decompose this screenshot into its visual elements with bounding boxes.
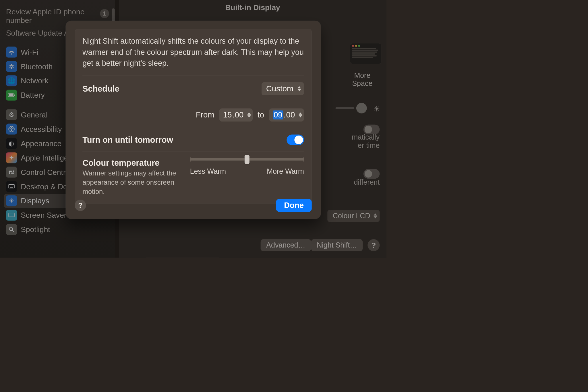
- schedule-value: Custom: [266, 84, 293, 93]
- colour-temperature-row: Colour temperature Warmer settings may a…: [82, 152, 304, 196]
- stepper-arrows-icon: [247, 112, 251, 117]
- button-label: Done: [284, 201, 304, 210]
- from-hour: 15: [223, 110, 232, 119]
- popup-indicator-icon: [297, 86, 301, 91]
- slider-max-label: More Warm: [267, 167, 304, 175]
- from-label: From: [196, 110, 214, 119]
- sheet-footer: ? Done: [75, 199, 312, 212]
- to-time-stepper[interactable]: 09.00: [269, 108, 304, 121]
- temperature-slider[interactable]: [190, 158, 304, 161]
- slider-min-label: Less Warm: [190, 167, 226, 175]
- sheet-content-card: Night Shift automatically shifts the col…: [75, 29, 312, 204]
- temperature-sub: Warmer settings may affect the appearanc…: [82, 169, 182, 196]
- schedule-label: Schedule: [82, 84, 119, 93]
- turn-on-label: Turn on until tomorrow: [82, 135, 173, 144]
- to-minute: 00: [286, 110, 295, 119]
- sheet-help-button[interactable]: ?: [75, 200, 86, 211]
- from-minute: 00: [235, 110, 244, 119]
- schedule-popup[interactable]: Custom: [262, 82, 304, 95]
- to-label: to: [258, 110, 264, 119]
- night-shift-description: Night Shift automatically shifts the col…: [82, 36, 304, 76]
- temperature-slider-thumb[interactable]: [245, 155, 249, 164]
- schedule-time-row: From 15.00 to 09.00: [82, 102, 304, 128]
- night-shift-sheet: Night Shift automatically shifts the col…: [66, 21, 321, 219]
- temperature-label: Colour temperature: [82, 158, 182, 168]
- stepper-arrows-icon: [299, 112, 302, 117]
- done-button[interactable]: Done: [276, 199, 312, 212]
- turn-on-switch[interactable]: [287, 134, 304, 145]
- from-time-stepper[interactable]: 15.00: [219, 108, 253, 121]
- to-hour: 09: [273, 110, 283, 119]
- schedule-row: Schedule Custom: [82, 76, 304, 102]
- turn-on-row: Turn on until tomorrow: [82, 128, 304, 152]
